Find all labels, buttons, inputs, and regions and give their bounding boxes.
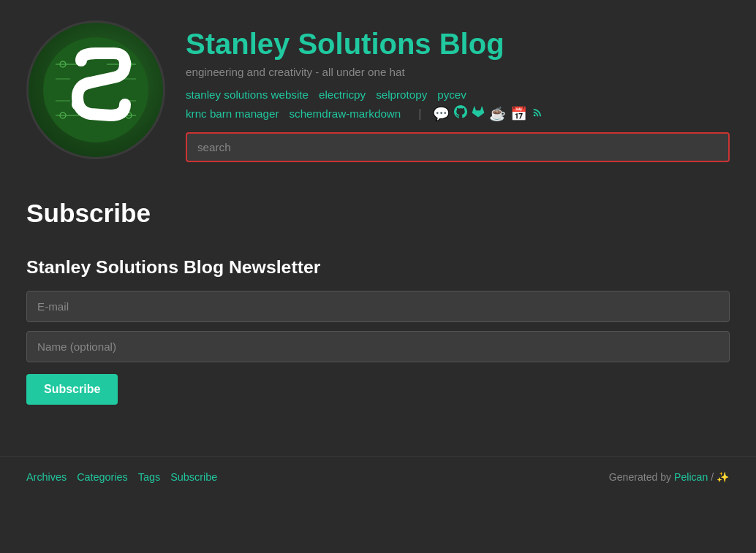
calendar-icon[interactable]: 📅 bbox=[510, 106, 527, 122]
header-right: Stanley Solutions Blog engineering and c… bbox=[186, 20, 730, 162]
footer-tags[interactable]: Tags bbox=[138, 471, 160, 483]
nav-link-selprotopy[interactable]: selprotopy bbox=[376, 88, 427, 101]
nav-row1: stanley solutions website electricpy sel… bbox=[186, 88, 730, 101]
svg-point-15 bbox=[534, 114, 536, 116]
site-footer: Archives Categories Tags Subscribe Gener… bbox=[0, 456, 756, 497]
footer-subscribe[interactable]: Subscribe bbox=[170, 471, 217, 483]
footer-archives[interactable]: Archives bbox=[26, 471, 67, 483]
nav-link-electricpy[interactable]: electricpy bbox=[319, 88, 366, 101]
generated-suffix: / ✨ bbox=[708, 471, 730, 483]
nav-link-schemdraw[interactable]: schemdraw-markdown bbox=[289, 107, 401, 120]
gitlab-icon[interactable] bbox=[472, 105, 485, 122]
nav-row2: krnc barn manager schemdraw-markdown | 💬… bbox=[186, 105, 730, 122]
footer-generated: Generated by Pelican / ✨ bbox=[609, 471, 730, 483]
rss-icon[interactable] bbox=[532, 106, 543, 122]
nav-link-krnc[interactable]: krnc barn manager bbox=[186, 107, 279, 120]
nav-link-pycev[interactable]: pycev bbox=[437, 88, 466, 101]
name-field[interactable] bbox=[26, 331, 730, 362]
main-content: Subscribe Stanley Solutions Blog Newslet… bbox=[0, 177, 756, 419]
subscribe-button[interactable]: Subscribe bbox=[26, 374, 118, 405]
footer-links: Archives Categories Tags Subscribe bbox=[26, 471, 227, 483]
email-field[interactable] bbox=[26, 291, 730, 322]
nav-link-stanley[interactable]: stanley solutions website bbox=[186, 88, 309, 101]
generated-prefix: Generated by bbox=[609, 471, 674, 483]
site-header: Stanley Solutions Blog engineering and c… bbox=[0, 0, 756, 177]
newsletter-title: Stanley Solutions Blog Newsletter bbox=[26, 257, 730, 278]
nav-divider: | bbox=[418, 107, 421, 121]
footer-categories[interactable]: Categories bbox=[77, 471, 128, 483]
site-logo bbox=[26, 20, 165, 159]
search-input[interactable] bbox=[186, 132, 730, 162]
svg-point-14 bbox=[72, 99, 83, 110]
github-icon[interactable] bbox=[454, 105, 467, 122]
site-title: Stanley Solutions Blog bbox=[186, 28, 730, 60]
coffee-icon[interactable]: ☕ bbox=[489, 106, 506, 122]
svg-point-13 bbox=[119, 57, 131, 69]
site-tagline: engineering and creativity - all under o… bbox=[186, 66, 730, 78]
pelican-link[interactable]: Pelican bbox=[674, 471, 708, 483]
page-title: Subscribe bbox=[26, 199, 730, 228]
logo-wrap bbox=[26, 20, 165, 159]
chat-icon[interactable]: 💬 bbox=[433, 106, 450, 122]
